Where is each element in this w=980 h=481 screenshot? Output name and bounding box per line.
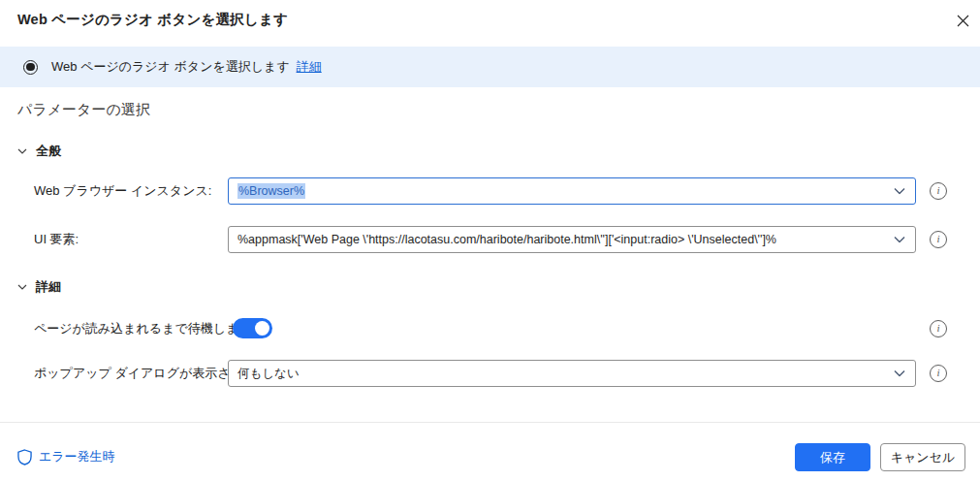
ui-element-info-icon[interactable]: i — [930, 231, 947, 248]
banner-action-label: Web ページのラジオ ボタンを選択します — [51, 58, 290, 76]
on-error-label: エラー発生時 — [39, 448, 115, 465]
dialog-title: Web ページのラジオ ボタンを選択します — [17, 11, 288, 29]
parameters-heading: パラメーターの選択 — [17, 101, 150, 119]
chevron-down-icon — [894, 237, 905, 243]
browser-instance-combobox[interactable]: %Browser% — [228, 177, 916, 205]
shield-icon — [17, 449, 32, 465]
chevron-down-icon — [17, 284, 27, 290]
ui-element-label: UI 要素: — [34, 226, 79, 253]
ui-element-combobox[interactable]: %appmask['Web Page \'https://lacotasu.co… — [228, 226, 916, 253]
ui-element-value: %appmask['Web Page \'https://lacotasu.co… — [237, 233, 776, 246]
browser-instance-value: %Browser% — [237, 183, 305, 199]
section-general-label: 全般 — [36, 143, 61, 160]
browser-instance-label: Web ブラウザー インスタンス: — [34, 177, 211, 205]
browser-instance-info-icon[interactable]: i — [930, 182, 947, 200]
wait-page-load-info-icon[interactable]: i — [930, 320, 947, 337]
popup-dialog-dropdown[interactable]: 何もしない — [228, 360, 916, 387]
cancel-button[interactable]: キャンセル — [880, 443, 965, 471]
section-advanced-label: 詳細 — [36, 278, 61, 296]
section-advanced[interactable]: 詳細 — [17, 277, 61, 297]
chevron-down-icon — [17, 148, 27, 154]
popup-dialog-info-icon[interactable]: i — [930, 365, 947, 382]
close-icon — [957, 15, 969, 27]
wait-page-load-label: ページが読み込まれるまで待機します: — [34, 315, 255, 342]
popup-dialog-value: 何もしない — [237, 366, 300, 382]
footer-divider — [0, 422, 980, 423]
on-error-link[interactable]: エラー発生時 — [17, 447, 115, 466]
chevron-down-icon — [894, 370, 905, 377]
wait-page-load-toggle[interactable] — [233, 318, 272, 338]
action-properties-dialog: Web ページのラジオ ボタンを選択します Web ページのラジオ ボタンを選択… — [0, 0, 980, 481]
save-button[interactable]: 保存 — [795, 443, 870, 471]
toggle-knob — [255, 321, 269, 336]
radio-selected-icon — [23, 60, 38, 75]
chevron-down-icon — [894, 188, 905, 195]
close-button[interactable] — [951, 9, 974, 32]
section-general[interactable]: 全般 — [17, 142, 61, 161]
details-link[interactable]: 詳細 — [297, 58, 322, 76]
action-banner: Web ページのラジオ ボタンを選択します 詳細 — [0, 47, 980, 87]
